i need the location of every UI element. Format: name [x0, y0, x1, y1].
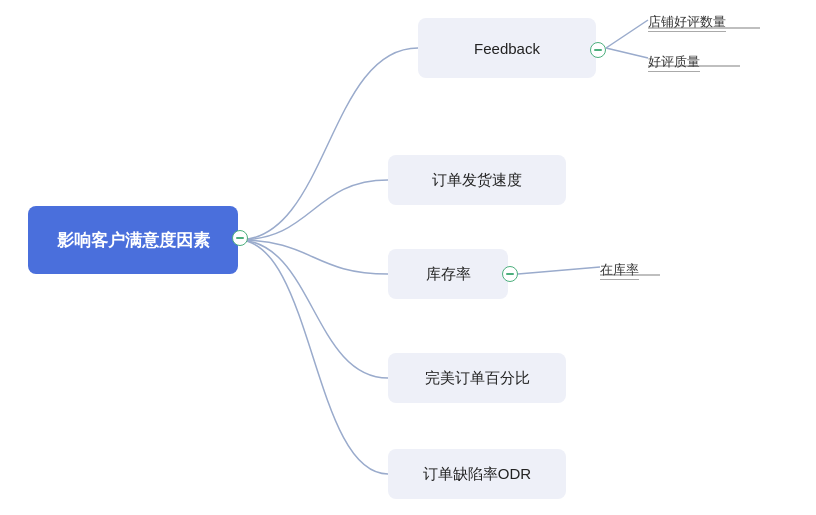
odr-label: 订单缺陷率ODR [423, 465, 531, 484]
feedback-label: Feedback [474, 40, 540, 57]
node-stock[interactable]: 库存率 [388, 249, 508, 299]
mindmap-canvas: 影响客户满意度因素 Feedback 订单发货速度 库存率 完美订单百分比 订单… [0, 0, 816, 515]
sub-label-1: 店铺好评数量 [648, 12, 726, 31]
sub-label-2: 好评质量 [648, 52, 700, 71]
speed-label: 订单发货速度 [432, 171, 522, 190]
node-speed[interactable]: 订单发货速度 [388, 155, 566, 205]
sub3-text: 在库率 [600, 262, 639, 280]
node-odr[interactable]: 订单缺陷率ODR [388, 449, 566, 499]
node-perfect[interactable]: 完美订单百分比 [388, 353, 566, 403]
collapse-feedback[interactable] [590, 42, 606, 58]
sub2-text: 好评质量 [648, 54, 700, 72]
root-node: 影响客户满意度因素 [28, 206, 238, 274]
svg-line-4 [518, 267, 600, 274]
root-label: 影响客户满意度因素 [57, 229, 210, 252]
collapse-stock[interactable] [502, 266, 518, 282]
collapse-root[interactable] [232, 230, 248, 246]
sub1-text: 店铺好评数量 [648, 14, 726, 32]
node-feedback[interactable]: Feedback [418, 18, 596, 78]
svg-line-1 [606, 20, 648, 48]
stock-label: 库存率 [426, 265, 471, 284]
perfect-label: 完美订单百分比 [425, 369, 530, 388]
svg-line-2 [606, 48, 648, 58]
sub-label-3: 在库率 [600, 260, 639, 279]
